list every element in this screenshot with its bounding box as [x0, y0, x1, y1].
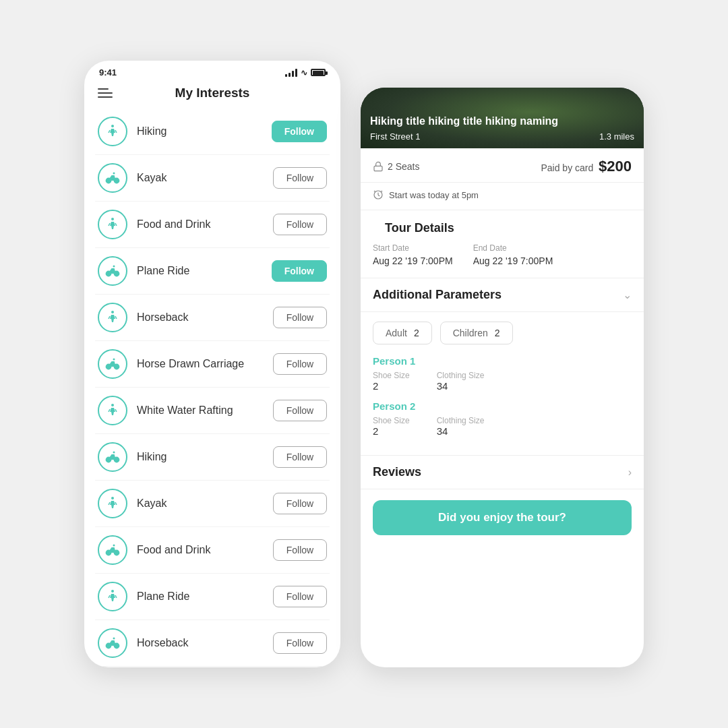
hiker-icon	[98, 582, 127, 611]
interest-name: Horseback	[137, 311, 273, 324]
interest-list: Hiking Follow Kayak Follow Food and Drin…	[84, 109, 340, 667]
svg-point-8	[111, 311, 114, 313]
cta-button[interactable]: Did you enjoy the tour?	[373, 500, 632, 535]
list-item: Horse Drawn Carriage Follow	[95, 667, 330, 667]
person-1-clothing: Clothing Size 34	[437, 371, 485, 392]
time: 9:41	[99, 67, 117, 78]
hiker-icon	[98, 210, 127, 239]
interest-name: Hiking	[137, 125, 272, 138]
person-2-sizes: Shoe Size 2 Clothing Size 34	[373, 416, 632, 437]
svg-point-7	[113, 266, 115, 268]
tour-dates: Start Date Aug 22 '19 7:00PM End Date Au…	[373, 243, 632, 267]
svg-point-0	[111, 125, 114, 127]
reviews-row[interactable]: Reviews ›	[361, 456, 644, 489]
price-value: $200	[599, 158, 632, 175]
follow-button[interactable]: Follow	[273, 493, 327, 514]
interest-name: Kayak	[137, 497, 273, 510]
interest-name: Plane Ride	[137, 590, 273, 603]
hiker-icon	[98, 117, 127, 146]
person-1-row: Person 1 Shoe Size 2 Clothing Size 34	[373, 355, 632, 392]
signal-icon	[285, 69, 297, 77]
person-1-shoe: Shoe Size 2	[373, 371, 410, 392]
status-icons: ∿	[285, 68, 326, 78]
interest-name: Food and Drink	[137, 218, 273, 231]
phone-2: Hiking title hiking title hiking naming …	[361, 88, 644, 667]
follow-button[interactable]: Follow	[273, 400, 327, 421]
lock-icon	[373, 161, 384, 172]
phone-1: 9:41 ∿ My Interests Hi	[84, 61, 340, 667]
list-item: Horseback Follow	[95, 620, 330, 667]
svg-point-15	[113, 452, 115, 454]
menu-icon[interactable]	[98, 88, 113, 98]
end-date-block: End Date Aug 22 '19 7:00PM	[473, 243, 553, 267]
reviews-title: Reviews	[373, 465, 421, 479]
follow-button[interactable]: Follow	[273, 307, 327, 328]
svg-rect-25	[374, 166, 382, 171]
list-item: Horse Drawn Carriage Follow	[95, 341, 330, 388]
follow-button[interactable]: Follow	[272, 260, 327, 282]
start-date-value: Aug 22 '19 7:00PM	[373, 255, 453, 266]
battery-icon	[311, 69, 326, 76]
clothing-size-value-1: 34	[437, 380, 448, 392]
follow-button[interactable]: Follow	[272, 121, 327, 142]
clothing-size-label-2: Clothing Size	[437, 416, 485, 425]
biker-icon	[98, 256, 127, 286]
list-item: Plane Ride Follow	[95, 574, 330, 620]
app-header: My Interests	[84, 80, 340, 109]
additional-params-title: Additional Parameters	[373, 288, 502, 302]
person-1-label: Person 1	[373, 355, 632, 367]
follow-button[interactable]: Follow	[273, 167, 327, 189]
svg-point-19	[113, 545, 115, 547]
follow-button[interactable]: Follow	[273, 586, 327, 607]
additional-params-header[interactable]: Additional Parameters ⌄	[361, 278, 644, 312]
tour-title: Hiking title hiking title hiking naming	[370, 115, 634, 129]
biker-icon	[98, 628, 127, 658]
shoe-size-value-2: 2	[373, 425, 378, 437]
hiker-icon	[98, 303, 127, 332]
biker-icon	[98, 442, 127, 472]
list-item: Kayak Follow	[95, 481, 330, 527]
person-2-shoe: Shoe Size 2	[373, 416, 410, 437]
hiker-icon	[98, 396, 127, 425]
follow-button[interactable]: Follow	[273, 632, 327, 654]
svg-point-11	[113, 359, 115, 361]
biker-icon	[98, 163, 127, 193]
follow-button[interactable]: Follow	[273, 353, 327, 375]
adult-children-row: Adult 2 Children 2	[373, 322, 632, 344]
hiker-icon	[98, 489, 127, 518]
svg-point-3	[113, 173, 115, 175]
list-item: Plane Ride Follow	[95, 248, 330, 295]
person-2-row: Person 2 Shoe Size 2 Clothing Size 34	[373, 400, 632, 437]
svg-point-20	[111, 590, 114, 593]
start-time-row: Start was today at 5pm	[361, 183, 644, 210]
start-date-block: Start Date Aug 22 '19 7:00PM	[373, 243, 453, 267]
timer-icon	[373, 189, 384, 200]
follow-button[interactable]: Follow	[273, 539, 327, 561]
children-box: Children 2	[440, 322, 513, 344]
person-2-label: Person 2	[373, 400, 632, 412]
follow-button[interactable]: Follow	[273, 446, 327, 468]
children-count: 2	[495, 328, 500, 338]
shoe-size-label-1: Shoe Size	[373, 371, 410, 380]
clothing-size-label-1: Clothing Size	[437, 371, 485, 380]
price-info: Paid by card $200	[541, 158, 632, 175]
clothing-size-value-2: 34	[437, 425, 448, 437]
interest-name: Plane Ride	[137, 265, 272, 277]
interest-name: White Water Rafting	[137, 404, 273, 417]
start-time-text: Start was today at 5pm	[389, 190, 479, 200]
biker-icon	[98, 349, 127, 379]
adult-box: Adult 2	[373, 322, 432, 344]
follow-button[interactable]: Follow	[273, 214, 327, 235]
wifi-icon: ∿	[301, 68, 307, 78]
end-date-value: Aug 22 '19 7:00PM	[473, 255, 553, 266]
seats-text: 2 Seats	[388, 161, 419, 172]
person-1-sizes: Shoe Size 2 Clothing Size 34	[373, 371, 632, 392]
svg-point-4	[111, 218, 114, 220]
interest-name: Horse Drawn Carriage	[137, 358, 273, 370]
tour-details-section: Tour Details Start Date Aug 22 '19 7:00P…	[361, 210, 644, 278]
tour-details-title: Tour Details	[373, 210, 632, 243]
status-bar: 9:41 ∿	[84, 61, 340, 80]
svg-point-16	[111, 497, 114, 499]
params-body: Adult 2 Children 2 Person 1 Shoe Size 2 …	[361, 312, 644, 456]
svg-point-12	[111, 404, 114, 406]
